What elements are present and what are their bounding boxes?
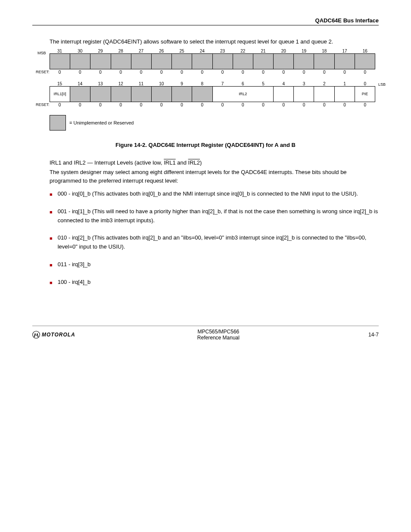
bit-num: 5 [253,81,274,86]
field-heading-pre: IRL1 and IRL2 — Interrupt Levels (active… [50,159,164,166]
motorola-wordmark: MOTOROLA [42,332,75,338]
field-heading-and: and [176,159,188,166]
legend-text: = Unimplemented or Reserved [69,120,134,125]
legend: = Unimplemented or Reserved [50,115,379,131]
reset-val: 0 [50,103,70,107]
reset-val: 0 [111,70,131,75]
footer-rule [32,326,379,326]
bit-num: 28 [111,49,131,53]
bit-num: 21 [253,49,274,53]
field-desc: The system designer may select among eig… [50,168,379,185]
option-list: ■ 000 - irq[0]_b (This activates both ir… [50,190,379,287]
svg-point-0 [33,331,40,338]
bullet-icon: ■ [50,261,53,269]
reset-val: 0 [274,70,294,75]
bit-num: 31 [50,49,70,53]
bit-num: 27 [131,49,151,53]
reserved-bit [111,86,131,102]
bit-num: 9 [172,81,192,86]
reset-val: 0 [355,103,375,107]
field-heading-post: ) [200,159,202,166]
option-text: 100 - irq[4]_b [58,278,379,287]
option-text: 001 - irq[1]_b (This will need to have a… [58,207,379,225]
bit-num: 8 [192,81,212,86]
field-empty [334,86,355,102]
footer-page-number: 14-7 [361,332,379,338]
reset-val: 0 [151,70,171,75]
reserved-bit [70,86,90,102]
reset-val: 0 [314,103,334,107]
bit-num: 23 [212,49,233,53]
reset-val: 0 [90,103,111,107]
bit-num: 19 [294,49,314,53]
bit-num: 15 [50,81,70,86]
reset-val: 0 [294,70,314,75]
reserved-bit [192,53,212,69]
reset-val: 0 [70,103,90,107]
reserved-bit [151,86,171,102]
figure-caption: Figure 14-2. QADC64E Interrupt Register … [32,142,379,148]
bitfield-bottom: IRL1[0] IRL2 PIE [50,86,375,102]
bit-num: 11 [131,81,151,86]
field-empty [314,86,334,102]
bit-num: 18 [314,49,334,53]
bit-labels-bottom: LSB 15 14 13 12 11 10 9 8 7 6 5 4 3 2 1 … [50,81,375,86]
bit-labels-top: MSB 31 30 29 28 27 26 25 24 23 22 21 20 … [50,49,375,53]
reset-val: 0 [192,103,212,107]
bit-num: 22 [233,49,253,53]
reset-val: 0 [131,103,151,107]
reset-val: 0 [314,70,334,75]
reset-val: 0 [192,70,212,75]
reserved-bit [233,53,253,69]
bit-num: 17 [335,49,355,53]
lsb-label: LSB [378,82,386,87]
reset-label: RESET: [36,103,50,107]
bullet-icon: ■ [50,208,53,216]
bit-num: 3 [294,81,314,86]
reserved-bit [172,86,192,102]
reset-val: 0 [233,70,253,75]
footer-product: MPC565/MPC566 [75,329,361,335]
reset-val: 0 [274,103,294,107]
reset-val: 0 [335,103,355,107]
reset-val: 0 [294,103,314,107]
reserved-bit [274,53,294,69]
header-rule [32,25,379,25]
field-pie: PIE [355,86,375,102]
reserved-bit [50,53,70,69]
bit-num: 12 [111,81,131,86]
footer-center: MPC565/MPC566 Reference Manual [75,329,361,341]
reserved-bit [192,86,212,102]
field-empty [294,86,314,102]
bit-num: 20 [274,49,294,53]
bit-num: 6 [233,81,253,86]
bit-num: 29 [90,49,111,53]
list-item: ■ 000 - irq[0]_b (This activates both ir… [50,190,379,199]
reserved-bit [314,53,334,69]
footer-doc: Reference Manual [75,335,361,341]
bullet-icon: ■ [50,279,53,287]
list-item: ■ 010 - irq[2]_b (This activates both ir… [50,233,379,252]
reset-val: 0 [212,103,233,107]
list-item: ■ 100 - irq[4]_b [50,278,379,287]
field-heading: IRL1 and IRL2 — Interrupt Levels (active… [50,159,379,167]
bit-num: 24 [192,49,212,53]
footer-left: MOTOROLA [32,331,75,339]
reserved-bit [90,86,111,102]
intro-paragraph: The interrupt register (QADC64EINT) allo… [50,37,379,46]
field-empty [274,86,294,102]
bit-num: 26 [151,49,171,53]
reset-row-bottom: RESET: 0 0 0 0 0 0 0 0 0 0 0 0 0 0 0 0 [50,103,375,107]
bit-num: 14 [70,81,90,86]
reset-val: 0 [151,103,171,107]
reserved-bit [131,53,151,69]
list-item: ■ 011 - irq[3]_b [50,260,379,269]
bit-num: 4 [274,81,294,86]
header-section-title: QADC64E Bus Interface [32,17,379,24]
field-irl2: IRL2 [212,86,274,102]
field-heading-irl1: IRL1 [164,159,175,166]
page: QADC64E Bus Interface The interrupt regi… [0,0,411,349]
reset-val: 0 [253,103,274,107]
reserved-bit [355,53,375,69]
bullet-icon: ■ [50,235,53,243]
